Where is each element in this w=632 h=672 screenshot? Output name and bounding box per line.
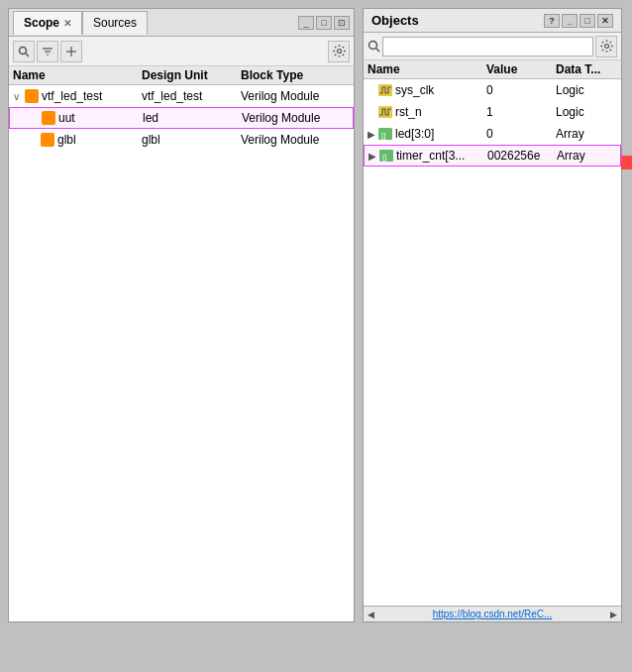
maximize-button[interactable]: ⊡ [334, 16, 350, 30]
array-signal-icon: [] [378, 128, 392, 140]
module-icon [42, 111, 55, 125]
svg-point-26 [609, 42, 611, 44]
module-icon [25, 89, 39, 103]
row-design-cell: glbl [142, 133, 241, 147]
svg-point-16 [369, 42, 377, 50]
table-row[interactable]: ∨ vtf_led_test vtf_led_test Verilog Modu… [9, 85, 354, 107]
restore-button[interactable]: □ [316, 16, 332, 30]
svg-text:[]: [] [381, 131, 385, 140]
objects-title-controls: ? _ □ ✕ [544, 14, 613, 28]
scroll-right-arrow[interactable]: ▶ [608, 610, 619, 619]
array-signal-icon: [] [379, 150, 393, 162]
row-block-cell: Verilog Module [241, 133, 350, 147]
filter-icon [42, 46, 53, 57]
url-display: https://blog.csdn.net/ReC... [378, 609, 606, 619]
row-expand-arrow: ▶ [368, 129, 377, 140]
scope-settings-button[interactable] [328, 41, 350, 62]
scope-table-header: Name Design Unit Block Type [9, 66, 354, 85]
table-row[interactable]: rst_n 1 Logic [364, 101, 621, 123]
help-button[interactable]: ? [544, 14, 560, 28]
obj-name-text: rst_n [395, 105, 422, 119]
gear-icon [333, 45, 346, 57]
scope-toolbar [9, 37, 354, 66]
clk-icon [377, 105, 393, 119]
objects-table-body: sys_clk 0 Logic rst_n 1 Logic [364, 79, 621, 606]
close-button[interactable]: ✕ [597, 14, 613, 28]
row-block-cell: Verilog Module [242, 111, 349, 125]
svg-line-17 [376, 49, 380, 53]
objects-search-input[interactable] [382, 37, 593, 56]
expand-button[interactable] [60, 41, 82, 62]
obj-value-cell: 1 [486, 105, 556, 119]
svg-point-10 [333, 51, 335, 53]
table-row[interactable]: uut led Verilog Module [9, 107, 354, 129]
table-row[interactable]: glbl glbl Verilog Module [9, 129, 354, 151]
svg-point-13 [342, 55, 344, 56]
scope-panel: Scope ✕ Sources _ □ ⊡ [8, 8, 355, 622]
row-block-cell: Verilog Module [241, 89, 350, 103]
objects-title-bar: Objects ? _ □ ✕ [364, 9, 621, 33]
expand-icon [65, 46, 77, 57]
header-obj-name: Name [368, 62, 486, 76]
tab-scope-close[interactable]: ✕ [63, 18, 71, 29]
objects-search-bar [364, 33, 621, 60]
obj-name-text: led[3:0] [395, 127, 434, 141]
obj-name-text: sys_clk [395, 83, 434, 97]
svg-point-21 [600, 46, 602, 48]
gear-icon [600, 40, 613, 53]
obj-datatype-cell: Logic [556, 105, 617, 119]
left-win-controls: _ □ ⊡ [298, 16, 350, 30]
row-highlight-arrow [621, 156, 632, 169]
svg-point-25 [601, 50, 603, 52]
row-name-cell: ∨ vtf_led_test [13, 89, 142, 103]
row-expand-arrow: ▶ [369, 151, 378, 162]
tab-sources[interactable]: Sources [82, 11, 148, 35]
header-obj-value: Value [486, 62, 556, 76]
scroll-left-arrow[interactable]: ◀ [366, 610, 376, 619]
obj-value-cell: 0026256e [487, 149, 557, 163]
svg-point-11 [343, 51, 345, 53]
obj-name-text: timer_cnt[3... [396, 149, 465, 163]
tab-scope-label: Scope [24, 16, 59, 30]
row-name-text: glbl [57, 133, 76, 147]
tab-scope[interactable]: Scope ✕ [13, 11, 82, 35]
tree-arrow: ∨ [13, 91, 25, 102]
scope-table-body: ∨ vtf_led_test vtf_led_test Verilog Modu… [9, 85, 354, 621]
filter-button[interactable] [37, 41, 58, 62]
objects-settings-button[interactable] [595, 36, 617, 57]
table-row[interactable]: ▶ [] timer_cnt[3... 0026256e Array [364, 145, 621, 167]
obj-row-name-cell: ▶ [] timer_cnt[3... [369, 149, 487, 163]
svg-point-15 [342, 47, 344, 49]
obj-row-name-cell: ▶ [] led[3:0] [368, 127, 486, 141]
row-name-cell: glbl [13, 133, 142, 147]
search-icon [18, 46, 30, 57]
svg-line-1 [26, 54, 29, 56]
objects-title: Objects [371, 13, 419, 28]
svg-point-12 [334, 47, 336, 49]
row-name-cell: uut [14, 111, 143, 125]
clk-icon [377, 83, 393, 97]
tab-sources-label: Sources [93, 16, 137, 30]
minimize-button[interactable]: _ [562, 14, 578, 28]
obj-row-name-cell: rst_n [368, 105, 486, 119]
obj-row-name-cell: sys_clk [368, 83, 486, 97]
restore-button[interactable]: □ [579, 14, 595, 28]
obj-value-cell: 0 [486, 127, 556, 141]
minimize-button[interactable]: _ [298, 16, 314, 30]
table-row[interactable]: ▶ [] led[3:0] 0 Array [364, 123, 621, 145]
search-button[interactable] [13, 41, 35, 62]
table-row[interactable]: sys_clk 0 Logic [364, 79, 621, 101]
bottom-scrollbar: ◀ https://blog.csdn.net/ReC... ▶ [364, 606, 621, 621]
svg-point-24 [609, 50, 611, 52]
svg-point-19 [605, 40, 607, 42]
module-icon [41, 133, 54, 147]
clock-signal-icon [378, 106, 392, 118]
obj-datatype-cell: Array [556, 127, 617, 141]
header-block-type: Block Type [241, 68, 350, 82]
row-design-cell: led [143, 111, 242, 125]
objects-panel: Objects ? _ □ ✕ [363, 8, 622, 622]
svg-text:[]: [] [382, 153, 386, 162]
svg-point-18 [604, 45, 608, 49]
tab-bar: Scope ✕ Sources _ □ ⊡ [9, 9, 354, 37]
svg-point-0 [20, 47, 27, 54]
